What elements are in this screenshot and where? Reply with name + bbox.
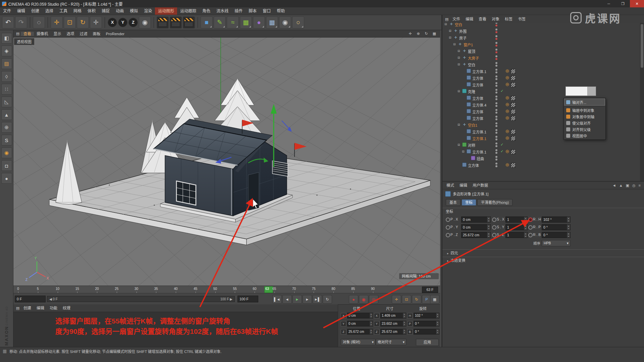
stepper-icon[interactable]: ▲▼	[402, 329, 406, 334]
field-input[interactable]: 102 °▲▼	[542, 217, 571, 223]
target-tag-icon[interactable]: ◎	[505, 149, 509, 154]
timeline-layout-button[interactable]: ▦	[430, 295, 439, 304]
coordinate-input[interactable]: 23.602 cm▲▼	[380, 321, 406, 326]
menubar-item[interactable]: 动画	[113, 7, 127, 15]
lock-icon[interactable]: ▣	[626, 183, 629, 188]
texture-tag-icon[interactable]	[511, 96, 516, 101]
target-tag-icon[interactable]: ◎	[505, 82, 509, 86]
materials-menu-item[interactable]: 创建	[21, 306, 34, 310]
focus-icon[interactable]: ◎	[632, 183, 636, 188]
workplane-mode-icon[interactable]: ◊	[1, 71, 12, 82]
coordinate-input[interactable]: 0 cm▲▼	[347, 313, 373, 318]
object-row[interactable]: 立方体◎	[442, 115, 640, 121]
menubar-item[interactable]: 运动跟踪	[177, 7, 199, 15]
render-visibility-dot[interactable]	[495, 159, 497, 161]
maximize-button[interactable]: ❐	[616, 0, 630, 7]
render-visibility-dot[interactable]	[495, 138, 497, 140]
section-header[interactable]: ▸四元	[442, 249, 644, 257]
stepper-icon[interactable]: ▲▼	[436, 329, 439, 334]
menubar-item[interactable]: 运动图形	[155, 7, 177, 15]
rotate-view-icon[interactable]: ↻	[423, 32, 429, 36]
menubar-item[interactable]: 体积	[85, 7, 99, 15]
render-visibility-dot[interactable]	[495, 145, 497, 147]
field-input[interactable]: 0 cm▲▼	[461, 217, 491, 223]
object-row[interactable]: 立方体◎	[442, 162, 640, 168]
object-manager-menu-item[interactable]: 标签	[502, 17, 515, 21]
editor-visibility-dot[interactable]	[495, 69, 497, 71]
expander-icon[interactable]: ⊟	[444, 23, 448, 26]
expander-icon[interactable]: ⊟	[458, 56, 461, 59]
render-visibility-dot[interactable]	[495, 71, 497, 73]
editor-visibility-dot[interactable]	[495, 122, 497, 124]
enabled-check-icon[interactable]: ✓	[500, 142, 503, 147]
spline-primitive-icon[interactable]: ≈	[227, 16, 239, 28]
lock-x-axis-icon[interactable]: X	[108, 18, 117, 27]
locked-workplane-icon[interactable]: ◘	[1, 160, 12, 171]
stepper-icon[interactable]: ▲▼	[487, 225, 490, 230]
play-mode-button[interactable]: ↻	[323, 295, 332, 304]
object-row[interactable]: ⊟立方体.1✓◎	[442, 148, 640, 155]
stepper-icon[interactable]: ▲▼	[567, 217, 570, 222]
context-menu-item[interactable]: 视图居中	[565, 132, 605, 139]
stepper-icon[interactable]: ▲▼	[487, 232, 490, 238]
end-frame-field[interactable]: 100 F	[237, 296, 258, 302]
viewport-canvas[interactable]: 透视视图	[13, 38, 440, 286]
stepper-icon[interactable]: ▲▼	[524, 225, 527, 230]
render-visibility-dot[interactable]	[495, 125, 497, 127]
texture-tag-icon[interactable]	[511, 109, 516, 114]
viewport-menu-item[interactable]: 查看	[21, 32, 34, 36]
object-row[interactable]: ⊟✛窗户1	[442, 41, 640, 48]
stepper-icon[interactable]: ▲▼	[567, 225, 570, 230]
render-visibility-dot[interactable]	[495, 58, 497, 60]
stepper-icon[interactable]: ▲▼	[369, 313, 373, 318]
keyframe-ring-icon[interactable]	[528, 218, 533, 222]
materials-menu-item[interactable]: 纹理	[60, 306, 73, 310]
stepper-icon[interactable]: ▲▼	[436, 321, 439, 326]
object-manager-menu-item[interactable]: 查看	[476, 17, 489, 21]
editor-visibility-dot[interactable]	[495, 96, 497, 98]
viewport-menu-item[interactable]: 面板	[90, 32, 103, 36]
enable-snap-icon[interactable]: ◉	[1, 147, 12, 158]
context-menu-item[interactable]: 轴对齐...	[565, 99, 605, 105]
coordinate-input[interactable]: 0 °▲▼	[414, 329, 439, 335]
menubar-item[interactable]: 插件	[231, 7, 246, 15]
array-icon[interactable]: ▦	[266, 16, 278, 28]
object-row[interactable]: 立方体.1◎	[442, 135, 640, 141]
frame-range-slider[interactable]: ◀ 0 F 100 F ▶	[47, 296, 235, 302]
render-visibility-dot[interactable]	[495, 85, 497, 87]
texture-tag-icon[interactable]	[511, 82, 516, 87]
scale-tool-icon[interactable]: ⊡	[64, 16, 76, 28]
light-icon[interactable]: ○	[292, 16, 304, 28]
move-tool-icon[interactable]: ✛	[51, 16, 63, 28]
menubar-item[interactable]: 流水线	[213, 7, 231, 15]
object-row[interactable]: 扭曲	[442, 155, 640, 162]
expander-icon[interactable]: ⊟	[453, 43, 457, 46]
target-tag-icon[interactable]: ◎	[505, 109, 509, 113]
expander-icon[interactable]: ⊟	[458, 143, 461, 146]
polygons-mode-icon[interactable]: ▲	[1, 109, 12, 120]
context-menu-item[interactable]: 轴居中到对象	[565, 107, 605, 113]
menubar-item[interactable]: 文件	[0, 7, 14, 15]
menubar-item[interactable]: 渲染	[141, 7, 155, 15]
render-visibility-dot[interactable]	[495, 152, 497, 154]
object-row[interactable]: 立方体◎	[442, 74, 640, 81]
minimize-button[interactable]: ─	[602, 0, 616, 7]
render-visibility-dot[interactable]	[495, 92, 497, 94]
object-row[interactable]: ⊟✛大房子	[442, 54, 640, 61]
object-tree-scrollbar[interactable]	[640, 23, 644, 181]
expander-icon[interactable]: ⊟	[462, 150, 465, 153]
coordinate-input[interactable]: 0 °▲▼	[414, 321, 439, 326]
texture-tag-icon[interactable]	[511, 129, 516, 134]
editor-visibility-dot[interactable]	[495, 82, 497, 84]
editor-visibility-dot[interactable]	[495, 42, 497, 44]
texture-mode-icon[interactable]: ▨	[1, 58, 12, 69]
attribute-menu-item[interactable]: 模式	[444, 183, 457, 187]
attribute-menu-item[interactable]: 编辑	[457, 183, 470, 187]
expander-icon[interactable]: ⊟	[458, 89, 461, 93]
object-row[interactable]: ⊟✛屋顶	[442, 48, 640, 54]
nav-up-icon[interactable]: ▲	[619, 183, 623, 188]
toggle-view-icon[interactable]: ▦	[431, 32, 437, 36]
goto-end-button[interactable]: ►▌	[313, 295, 322, 304]
render-visibility-dot[interactable]	[495, 105, 497, 107]
render-visibility-dot[interactable]	[495, 45, 497, 47]
